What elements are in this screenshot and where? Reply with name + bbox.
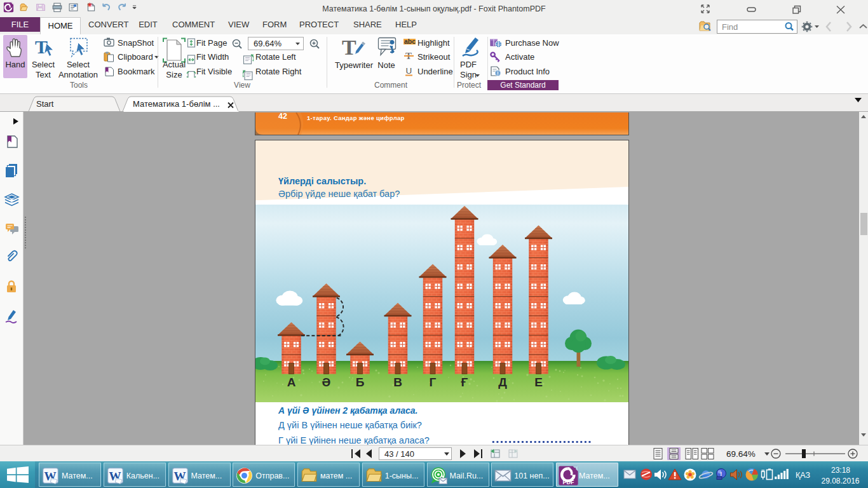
svg-text:Ғ: Ғ (461, 376, 468, 389)
svg-text:T: T (342, 37, 356, 59)
svg-text:Start: Start (36, 99, 54, 109)
svg-text:Математика 1-бөлім ...: Математика 1-бөлім ... (133, 99, 220, 109)
svg-text:А: А (287, 376, 296, 389)
svg-text:69.64%: 69.64% (726, 449, 756, 459)
svg-text:U: U (406, 66, 412, 76)
svg-text:42: 42 (278, 112, 287, 121)
svg-text:Find: Find (722, 22, 738, 32)
svg-text:В: В (393, 376, 402, 389)
svg-text:Д: Д (498, 376, 507, 389)
svg-text:abc: abc (404, 37, 416, 45)
svg-text:PDF: PDF (563, 479, 574, 485)
svg-text:Е: Е (534, 376, 543, 389)
svg-text:!: ! (720, 471, 722, 477)
svg-text:43 / 140: 43 / 140 (384, 449, 414, 459)
svg-text:✳: ✳ (88, 3, 93, 9)
svg-text:Ә: Ә (322, 376, 331, 389)
svg-text:1-тарау. Сандар және цифрлар: 1-тарау. Сандар және цифрлар (307, 114, 405, 121)
svg-text:Б: Б (356, 376, 365, 389)
svg-text:Г: Г (430, 376, 437, 389)
